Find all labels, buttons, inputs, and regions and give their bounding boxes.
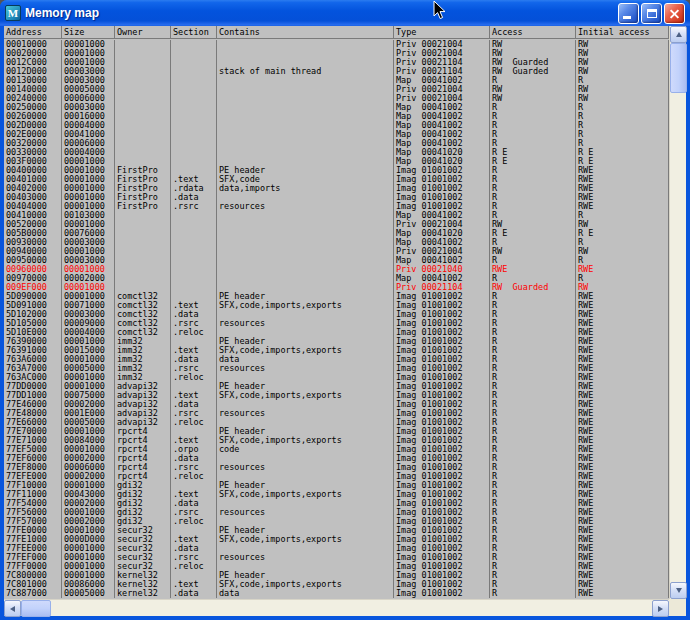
cell-contains xyxy=(217,499,394,508)
cell-contains xyxy=(217,418,394,427)
table-row[interactable]: 77EFE00000002000rpcrt4.relocImag 0100100… xyxy=(4,472,669,481)
table-row[interactable]: 77E7100000084000rpcrt4.textSFX,code,impo… xyxy=(4,436,669,445)
table-row[interactable]: 77F1000000001000gdi32PE headerImag 01001… xyxy=(4,481,669,490)
scroll-up-button[interactable] xyxy=(670,26,687,43)
scroll-left-button[interactable] xyxy=(4,600,21,617)
cell-access: RW Guarded xyxy=(490,67,576,76)
table-row[interactable]: 77E6600000005000advapi32.relocImag 01001… xyxy=(4,418,669,427)
table-row[interactable]: 0040200000001000FirstPro.rdatadata,impor… xyxy=(4,184,669,193)
table-row[interactable]: 77DD000000001000advapi32PE headerImag 01… xyxy=(4,382,669,391)
table-row[interactable]: 0041000000103000Map 00041002RR xyxy=(4,211,669,220)
table-row[interactable]: 77EF800000006000rpcrt4.rsrcresourcesImag… xyxy=(4,463,669,472)
column-header-section[interactable]: Section xyxy=(171,26,217,39)
table-row[interactable]: 0040000000001000FirstProPE headerImag 01… xyxy=(4,166,669,175)
cell-access: R xyxy=(490,382,576,391)
table-row[interactable]: 77F5600000001000gdi32.rsrcresourcesImag … xyxy=(4,508,669,517)
column-header-access[interactable]: Access xyxy=(490,26,576,39)
table-row[interactable]: 0025000000003000Map 00041002RR xyxy=(4,103,669,112)
table-row[interactable]: 5D10500000009000comctl32.rsrcresourcesIm… xyxy=(4,319,669,328)
cell-contains xyxy=(217,274,394,283)
table-row[interactable]: 77E480000001E000advapi32.rsrcresourcesIm… xyxy=(4,409,669,418)
table-row[interactable]: 0040100000001000FirstPro.textSFX,codeIma… xyxy=(4,175,669,184)
cell-access: R xyxy=(490,409,576,418)
table-row[interactable]: 763AC00000001000imm32.relocImag 01001002… xyxy=(4,373,669,382)
cell-address: 005B0000 xyxy=(4,229,62,238)
table-row[interactable]: 7C80000000001000kernel32PE headerImag 01… xyxy=(4,571,669,580)
column-header-initial[interactable]: Initial access xyxy=(576,26,669,39)
table-row[interactable]: 77FF000000001000secur32.relocImag 010010… xyxy=(4,562,669,571)
scroll-down-button[interactable] xyxy=(670,582,687,599)
table-row[interactable]: 7639000000001000imm32PE headerImag 01001… xyxy=(4,337,669,346)
table-row[interactable]: 77E4600000002000advapi32.dataImag 010010… xyxy=(4,400,669,409)
table-row[interactable]: 77FEF00000001000secur32.rsrcresourcesIma… xyxy=(4,553,669,562)
table-row[interactable]: 0052000000001000Priv 00021004RWRW xyxy=(4,220,669,229)
maximize-button[interactable] xyxy=(641,3,662,24)
cell-type: Imag 01001002 xyxy=(394,526,490,535)
table-row[interactable]: 7C88700000005000kernel32.datadataImag 01… xyxy=(4,589,669,598)
table-row[interactable]: 0095000000003000Map 00041002RR xyxy=(4,256,669,265)
table-row[interactable]: 7C80100000086000kernel32.textSFX,code,im… xyxy=(4,580,669,589)
table-row[interactable]: 77F5700000002000gdi32.relocImag 01001002… xyxy=(4,517,669,526)
vertical-scroll-thumb[interactable] xyxy=(670,43,687,93)
table-row[interactable]: 0094000000001000Priv 00021004RWRW xyxy=(4,247,669,256)
table-row[interactable]: 77FEE00000001000secur32.dataImag 0100100… xyxy=(4,544,669,553)
table-row[interactable]: 77FE10000000D000secur32.textSFX,code,imp… xyxy=(4,535,669,544)
table-row[interactable]: 002E000000041000Map 00041002RR xyxy=(4,130,669,139)
table-row[interactable]: 0033000000004000Map 00041020R ER E xyxy=(4,148,669,157)
table-row[interactable]: 77DD100000075000advapi32.textSFX,code,im… xyxy=(4,391,669,400)
table-row[interactable]: 0002000000001000Priv 00021004RWRW xyxy=(4,49,669,58)
table-row[interactable]: 003F000000001000Map 00041020R ER E xyxy=(4,157,669,166)
table-row[interactable]: 5D10200000003000comctl32.dataImag 010010… xyxy=(4,310,669,319)
table-row[interactable]: 005B000000076000Map 00041020R ER E xyxy=(4,229,669,238)
table-row[interactable]: 763A700000005000imm32.rsrcresourcesImag … xyxy=(4,364,669,373)
minimize-button[interactable] xyxy=(618,3,639,24)
column-header-owner[interactable]: Owner xyxy=(115,26,171,39)
cell-size: 00003000 xyxy=(62,103,115,112)
vertical-scrollbar[interactable] xyxy=(669,26,686,599)
table-row[interactable]: 0096000000001000Priv 00021040RWERWE xyxy=(4,265,669,274)
table-row[interactable]: 0001000000001000Priv 00021004RWRW xyxy=(4,40,669,49)
column-header-contains[interactable]: Contains xyxy=(217,26,394,39)
table-row[interactable]: 763A600000001000imm32.datadataImag 01001… xyxy=(4,355,669,364)
cell-address: 00240000 xyxy=(4,94,62,103)
close-button[interactable] xyxy=(664,3,685,24)
table-row[interactable]: 5D10E00000004000comctl32.relocImag 01001… xyxy=(4,328,669,337)
column-header-address[interactable]: Address xyxy=(4,26,62,39)
table-row[interactable]: 0013000000003000Map 00041002RR xyxy=(4,76,669,85)
table-row[interactable]: 0040400000001000FirstPro.rsrcresourcesIm… xyxy=(4,202,669,211)
table-row[interactable]: 0040300000001000FirstPro.dataImag 010010… xyxy=(4,193,669,202)
horizontal-scroll-thumb[interactable] xyxy=(21,600,51,617)
cell-contains: data xyxy=(217,589,394,598)
table-row[interactable]: 0014000000005000Priv 00021004RWRW xyxy=(4,85,669,94)
table-row[interactable]: 0024000000006000Priv 00021004RWRW xyxy=(4,94,669,103)
table-row[interactable]: 0032000000006000Map 00041002RR xyxy=(4,139,669,148)
cell-access: R xyxy=(490,544,576,553)
table-row[interactable]: 7639100000015000imm32.textSFX,code,impor… xyxy=(4,346,669,355)
cell-address: 00400000 xyxy=(4,166,62,175)
table-row[interactable]: 009EF00000001000Priv 00021104RW GuardedR… xyxy=(4,283,669,292)
table-row[interactable]: 0026000000016000Map 00041002RR xyxy=(4,112,669,121)
table-row[interactable]: 0012D00000003000stack of main threadPriv… xyxy=(4,67,669,76)
table-row[interactable]: 5D09000000001000comctl32PE headerImag 01… xyxy=(4,292,669,301)
table-row[interactable]: 0097000000002000Map 00041002RR xyxy=(4,274,669,283)
app-icon[interactable]: M xyxy=(5,5,21,21)
cell-type: Imag 01001002 xyxy=(394,445,490,454)
cell-type: Imag 01001002 xyxy=(394,400,490,409)
table-row[interactable]: 77FE000000001000secur32PE headerImag 010… xyxy=(4,526,669,535)
column-header-size[interactable]: Size xyxy=(62,26,115,39)
cell-type: Priv 00021004 xyxy=(394,49,490,58)
table-row[interactable]: 77E7000000001000rpcrt4PE headerImag 0100… xyxy=(4,427,669,436)
table-row[interactable]: 77EF500000001000rpcrt4.orpocodeImag 0100… xyxy=(4,445,669,454)
horizontal-scrollbar[interactable] xyxy=(4,599,669,616)
table-row[interactable]: 0093000000003000Map 00041002RR xyxy=(4,238,669,247)
table-row[interactable]: 002D000000004000Map 00041002RR xyxy=(4,121,669,130)
scroll-right-button[interactable] xyxy=(652,600,669,617)
table-row[interactable]: 0012C00000001000Priv 00021104RW GuardedR… xyxy=(4,58,669,67)
table-row[interactable]: 77EF600000002000rpcrt4.dataImag 01001002… xyxy=(4,454,669,463)
table-row[interactable]: 5D09100000071000comctl32.textSFX,code,im… xyxy=(4,301,669,310)
cell-address: 7C801000 xyxy=(4,580,62,589)
table-row[interactable]: 77F5400000002000gdi32.dataImag 01001002R… xyxy=(4,499,669,508)
column-header-type[interactable]: Type xyxy=(394,26,490,39)
title-bar[interactable]: M Memory map xyxy=(0,0,690,26)
table-row[interactable]: 77F1100000043000gdi32.textSFX,code,impor… xyxy=(4,490,669,499)
